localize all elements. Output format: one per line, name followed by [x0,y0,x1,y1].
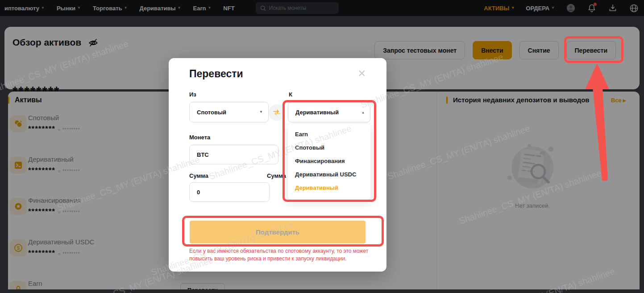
amount-input[interactable] [189,182,270,202]
swap-direction-button[interactable] [269,105,285,121]
confirm-button[interactable]: Подтвердить [190,221,366,243]
close-icon[interactable]: ✕ [358,69,366,79]
coin-label: Монета [189,134,210,141]
to-account-dropdown: Earn Спотовый Финансирования Деривативны… [288,124,370,200]
coin-input[interactable] [189,145,278,164]
amount-label: Сумма [189,172,208,179]
modal-title: Перевести [189,68,243,80]
available-amount-label: Сумма [267,172,286,179]
swap-icon [273,109,281,116]
from-label: Из [189,91,196,98]
transfer-modal: Перевести ✕ Из К Спотовый▼ Деривативный▲… [169,58,386,272]
from-account-select[interactable]: Спотовый▼ [189,102,269,122]
to-label: К [289,91,292,98]
dropdown-option-funding[interactable]: Финансирования [288,155,370,168]
chevron-up-icon: ▲ [361,111,365,114]
dropdown-option-derivatives[interactable]: Деривативный [288,181,370,195]
app-window: иптовалюту▼ Рынки▼ Торговать▼ Деривативы… [0,0,644,293]
dropdown-option-derivatives-usdc[interactable]: Деривативный USDC [288,168,370,181]
risk-warning-text: Если у вас имеются обязательства по спот… [189,247,370,263]
dropdown-option-spot[interactable]: Спотовый [288,141,370,155]
to-account-select[interactable]: Деривативный▲ [288,102,370,122]
dropdown-option-earn[interactable]: Earn [288,128,370,141]
chevron-down-icon: ▼ [259,110,263,114]
